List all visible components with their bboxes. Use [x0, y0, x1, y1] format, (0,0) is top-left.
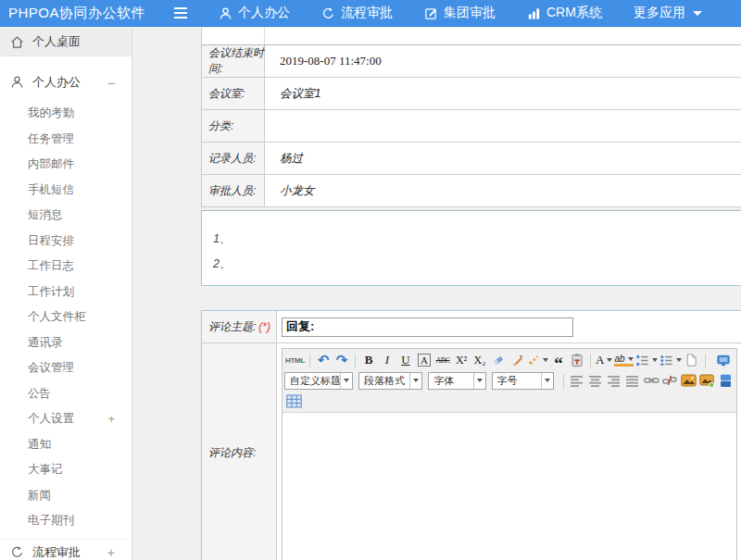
expand-icon[interactable]: +: [107, 545, 115, 560]
insert-link-icon[interactable]: [643, 372, 659, 389]
sidebar-item[interactable]: 个人文件柜: [0, 305, 132, 330]
sidebar-item[interactable]: 工作日志: [0, 254, 132, 280]
sidebar-item-label: 工作日志: [28, 258, 74, 274]
sidebar-item[interactable]: 个人设置 +: [0, 406, 132, 432]
bold-icon[interactable]: B: [360, 352, 377, 368]
redo-icon[interactable]: ↷: [333, 352, 350, 368]
fullscreen-icon[interactable]: [715, 352, 732, 368]
edit-icon: [424, 6, 438, 20]
comment-form: 评论主题: (*) 评论内容: HTML ↶: [201, 310, 741, 560]
unordered-list-icon[interactable]: [659, 352, 682, 368]
font-size-select[interactable]: 字号: [492, 372, 555, 390]
insert-media-icon[interactable]: [717, 372, 734, 389]
sidebar-item[interactable]: 公告: [0, 381, 132, 407]
sidebar-item[interactable]: 大事记: [0, 457, 132, 483]
sidebar-item-label: 任务管理: [28, 131, 74, 147]
unlink-icon[interactable]: [661, 372, 678, 389]
nav-group-approval[interactable]: 集团审批: [424, 5, 496, 21]
align-center-icon[interactable]: [587, 372, 604, 389]
sidebar: 个人桌面 个人办公 – 我的考勤 任务管理 内部邮件 手机短信: [0, 28, 132, 560]
comment-subject-input[interactable]: [282, 317, 573, 337]
new-document-icon[interactable]: [684, 352, 700, 368]
source-code-button[interactable]: HTML: [285, 352, 305, 368]
sidebar-item[interactable]: 日程安排: [0, 229, 132, 255]
expand-icon[interactable]: +: [107, 412, 115, 426]
collapse-icon[interactable]: –: [107, 75, 115, 90]
sidebar-item[interactable]: 工作计划: [0, 280, 132, 305]
sidebar-item-personal-desktop[interactable]: 个人桌面: [0, 28, 132, 56]
top-header: PHPOA协同办公软件 个人办公 流程审批 集团审批 CRM系统 更多应用: [0, 0, 741, 27]
superscript-icon[interactable]: X²: [453, 352, 470, 368]
align-right-icon[interactable]: [606, 372, 622, 389]
insert-table-icon[interactable]: [285, 392, 302, 409]
field-label: 会议室:: [202, 78, 265, 109]
sidebar-item[interactable]: 会议管理: [0, 355, 132, 381]
sidebar-group-process-approval[interactable]: 流程审批 +: [0, 539, 132, 560]
main-content: 会议结束时间: 2019-08-07 11:47:00 会议室: 会议室1 分类…: [133, 27, 741, 560]
sidebar-item-label: 电子期刊: [28, 513, 74, 529]
font-family-select[interactable]: 字体: [428, 372, 485, 390]
sidebar-item[interactable]: 通知: [0, 432, 132, 458]
sidebar-item-label: 会议管理: [28, 360, 74, 376]
sidebar-item[interactable]: 通讯录: [0, 330, 132, 356]
nav-more-apps[interactable]: 更多应用: [634, 5, 702, 21]
toolbar-row-3: [284, 391, 735, 411]
italic-icon[interactable]: I: [379, 352, 396, 368]
nav-process-approval[interactable]: 流程审批: [321, 5, 393, 21]
undo-icon[interactable]: ↶: [315, 352, 332, 368]
font-color-icon[interactable]: A: [596, 352, 612, 368]
top-nav: 个人办公 流程审批 集团审批 CRM系统 更多应用: [219, 5, 702, 21]
user-icon: [219, 6, 232, 20]
sidebar-item-label: 日程安排: [28, 233, 74, 249]
sidebar-group-personal-office[interactable]: 个人办公 –: [0, 68, 132, 95]
subscript-icon[interactable]: X₂: [471, 352, 488, 368]
bar-chart-icon: [527, 6, 541, 20]
sidebar-item[interactable]: 我的考勤: [0, 101, 132, 127]
user-icon: [10, 75, 24, 89]
sidebar-item[interactable]: 新闻: [0, 483, 132, 509]
editor-toolbar: HTML ↶ ↷ B I U A ABC X² X₂: [283, 349, 736, 412]
sidebar-item[interactable]: 内部邮件: [0, 152, 132, 178]
required-mark: (*): [258, 320, 270, 333]
nav-label: 更多应用: [634, 5, 685, 21]
sidebar-group-label: 流程审批: [32, 544, 81, 560]
menu-toggle-icon[interactable]: [174, 7, 187, 19]
sidebar-item-label: 公告: [28, 386, 51, 402]
comment-content-label: 评论内容:: [202, 343, 277, 560]
nav-crm-system[interactable]: CRM系统: [527, 5, 602, 21]
sidebar-item[interactable]: 任务管理: [0, 127, 132, 153]
align-justify-icon[interactable]: [624, 372, 641, 389]
table-row: 审批人员: 小龙女: [202, 175, 741, 207]
table-row: 记录人员: 杨过: [202, 143, 741, 175]
sidebar-item[interactable]: 手机短信: [0, 178, 132, 204]
editor-content-area[interactable]: [283, 412, 736, 560]
nav-label: 流程审批: [341, 5, 393, 21]
sidebar-item[interactable]: 电子期刊: [0, 508, 132, 534]
strikethrough-icon[interactable]: ABC: [434, 352, 451, 368]
sidebar-item-label: 个人设置: [28, 411, 74, 427]
sidebar-item-label: 个人文件柜: [28, 309, 86, 325]
network-image-icon[interactable]: [698, 372, 715, 389]
comment-content-row: 评论内容: HTML ↶ ↷ B I U: [202, 343, 741, 560]
process-icon: [10, 545, 24, 559]
toolbar-row-1: HTML ↶ ↷ B I U A ABC X² X₂: [284, 350, 735, 370]
field-value: 杨过: [265, 143, 741, 174]
paragraph-format-select[interactable]: 段落格式: [358, 372, 422, 390]
heading-select[interactable]: 自定义标题: [284, 372, 353, 390]
format-painter-icon[interactable]: [509, 352, 525, 368]
align-left-icon[interactable]: [569, 372, 585, 389]
highlight-color-icon[interactable]: ab: [614, 354, 633, 367]
underline-icon[interactable]: U: [397, 352, 414, 368]
remove-format-icon[interactable]: [490, 352, 507, 368]
sidebar-item[interactable]: 短消息: [0, 203, 132, 229]
sidebar-item-label: 通讯录: [28, 335, 63, 351]
insert-image-icon[interactable]: [680, 372, 697, 389]
nav-personal-office[interactable]: 个人办公: [219, 5, 290, 21]
paste-icon[interactable]: [569, 352, 585, 368]
note-line: 1、: [202, 227, 741, 252]
blockquote-icon[interactable]: “: [550, 352, 567, 368]
app-brand[interactable]: PHPOA协同办公软件: [0, 5, 174, 22]
font-name-icon[interactable]: A: [418, 354, 431, 367]
ordered-list-icon[interactable]: [635, 352, 658, 368]
quick-format-icon[interactable]: [527, 352, 548, 368]
